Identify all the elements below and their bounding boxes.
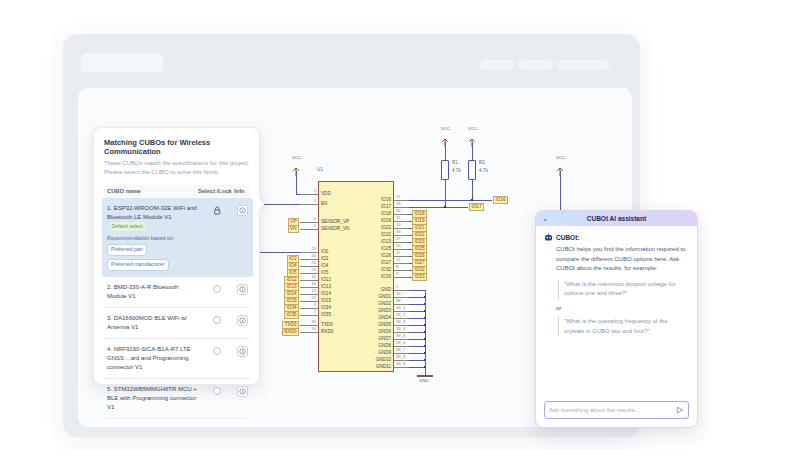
radio-select[interactable] <box>213 347 221 355</box>
pin-number: 8 <box>396 265 398 269</box>
info-button[interactable] <box>237 205 248 216</box>
pin-number: 2 <box>314 189 316 193</box>
net-label-io33[interactable]: IO33 <box>412 273 427 280</box>
panel-title: Matching CUBOs for Wireless Communicatio… <box>104 138 251 156</box>
chat-input-wrap <box>544 401 689 419</box>
radio-select[interactable] <box>213 285 221 293</box>
pin-name-gnd9: GND9 <box>378 351 391 356</box>
pin-name-gnd1: GND1 <box>378 295 391 300</box>
pin-number: 31 <box>396 216 401 220</box>
pin-number: 37 <box>396 237 401 241</box>
wire <box>409 360 425 361</box>
pin-name-gnd4: GND4 <box>378 316 391 321</box>
pin-number: 6 <box>314 303 316 307</box>
pin-name-io13: IO13 <box>321 285 331 290</box>
lock-icon[interactable] <box>213 206 222 215</box>
pin-name-txd0: TXD0 <box>321 323 333 328</box>
resistor-r1[interactable] <box>441 160 449 180</box>
net-label-io35[interactable]: IO35 <box>284 311 299 318</box>
pin-number: 13 <box>311 289 316 293</box>
wire <box>560 171 561 212</box>
wire <box>425 290 426 376</box>
net-label-rxd0[interactable]: RXD0 <box>282 328 299 335</box>
cubo-row[interactable]: 3. DA16600MOD BLE WiFi w/ Antenna V1 <box>104 308 251 339</box>
pin-number: 39_2 <box>396 313 405 317</box>
net-label-io16[interactable]: IO16 <box>493 196 508 203</box>
cubo-row[interactable]: 1. ESP32-WROOM-32E WiFi and Bluetooth LE… <box>102 198 253 277</box>
wire <box>445 180 446 207</box>
wire <box>445 142 446 160</box>
cubo-name: 1. ESP32-WROOM-32E WiFi and Bluetooth LE… <box>107 204 201 271</box>
wire <box>409 311 425 312</box>
pin-number: 39_4 <box>396 327 405 331</box>
pin-name-io18: IO18 <box>381 212 391 217</box>
info-button[interactable] <box>237 386 248 397</box>
cubo-row[interactable]: 4. NRF9160-SICA-B1A-R7 LTE GNSS ...ard a… <box>104 339 251 379</box>
cubo-row[interactable]: 2. BMD-330-A-R Bluetooth Module V1 <box>104 277 251 308</box>
pin-name-io23: IO23 <box>381 240 391 245</box>
pin-number: 39_6 <box>396 341 405 345</box>
wire <box>472 180 473 200</box>
radio-select[interactable] <box>213 316 221 324</box>
wire <box>409 332 425 333</box>
info-icon[interactable] <box>239 207 246 214</box>
info-button[interactable] <box>237 284 248 295</box>
wire <box>409 339 425 340</box>
pin-number: 4 <box>314 217 316 221</box>
wire <box>394 277 409 278</box>
cubo-name: 2. BMD-330-A-R Bluetooth Module V1 <box>107 283 201 301</box>
pin-number: 39_1 <box>396 306 405 310</box>
page: U1 2VDD3EN4SENSOR_VPVP5SENSOR_VNVN25IO02… <box>0 0 800 450</box>
chat-header[interactable]: ⌄ CUBOt AI assistant <box>536 211 697 226</box>
pin-name-io25: IO25 <box>381 247 391 252</box>
info-icon[interactable] <box>239 317 246 324</box>
radio-select[interactable] <box>213 387 221 395</box>
send-icon[interactable] <box>676 406 684 414</box>
chat-input[interactable] <box>545 407 676 413</box>
cubo-name: 4. NRF9160-SICA-B1A-R7 LTE GNSS ...ard a… <box>107 345 201 372</box>
info-button[interactable] <box>237 346 248 357</box>
cubo-row[interactable]: 5. STM32WB5MMGH6TR MCU + BLE with Progra… <box>104 379 251 419</box>
pin-number: 35 <box>311 320 316 324</box>
pin-name-en: EN <box>321 202 327 207</box>
pin-number: 34 <box>311 327 316 331</box>
panel-subtitle: These CUBOs match the specifications for… <box>104 159 250 178</box>
pin-name-gnd2: GND2 <box>378 302 391 307</box>
recommendation-note: Recommendation based on: <box>107 234 197 242</box>
pin-name-io22: IO22 <box>381 233 391 238</box>
wire <box>409 353 425 354</box>
pin-number: 25 <box>311 247 316 251</box>
pin-number: 39_5 <box>396 334 405 338</box>
info-icon[interactable] <box>239 348 246 355</box>
wire <box>300 229 318 230</box>
pin-number: 29 <box>311 268 316 272</box>
wire <box>472 142 473 160</box>
pin-number: 23 <box>311 296 316 300</box>
pin-name-io26: IO26 <box>381 254 391 259</box>
pin-name-gnd: GND <box>381 288 391 293</box>
info-button[interactable] <box>237 315 248 326</box>
wire <box>409 304 425 305</box>
resistor-r2[interactable] <box>468 160 476 180</box>
pin-name-io4: IO4 <box>321 264 328 269</box>
net-label-io17[interactable]: IO17 <box>469 203 484 210</box>
chat-body: CUBOt: CUBOt helps you find the informat… <box>536 226 697 336</box>
resistor-ref: R1 <box>452 161 458 166</box>
pin-name-io2: IO2 <box>321 257 328 262</box>
col-select-lock: Select /Lock <box>198 188 234 194</box>
info-icon[interactable] <box>239 286 246 293</box>
info-icon[interactable] <box>239 388 246 395</box>
pin-number: 39_8 <box>396 355 405 359</box>
pin-name-gnd5: GND5 <box>378 323 391 328</box>
wire <box>300 332 318 333</box>
pin-number: 11 <box>396 251 400 255</box>
power-label-vcc: VCC <box>441 127 450 131</box>
col-cubo-name: CUBO name <box>104 188 198 194</box>
wire <box>300 315 318 316</box>
wire <box>409 346 425 347</box>
pin-number: 39_9 <box>396 362 405 366</box>
pin-name-vdd: VDD <box>321 192 331 197</box>
power-label-vcc: VCC <box>292 156 301 160</box>
ic-refdes: U1 <box>317 167 323 172</box>
net-label-vn[interactable]: VN <box>288 225 299 232</box>
